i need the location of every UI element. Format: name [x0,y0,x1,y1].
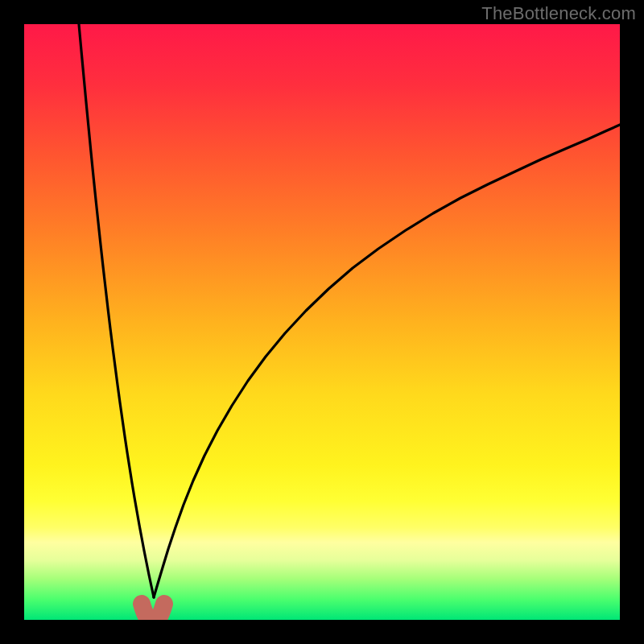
chart-frame: TheBottleneck.com [0,0,644,644]
watermark-text: TheBottleneck.com [481,3,636,24]
curve-layer [24,24,620,620]
bottleneck-curve-left [79,24,154,597]
optimal-marker [142,604,164,620]
bottleneck-curve-right [154,125,620,597]
plot-area [24,24,620,620]
